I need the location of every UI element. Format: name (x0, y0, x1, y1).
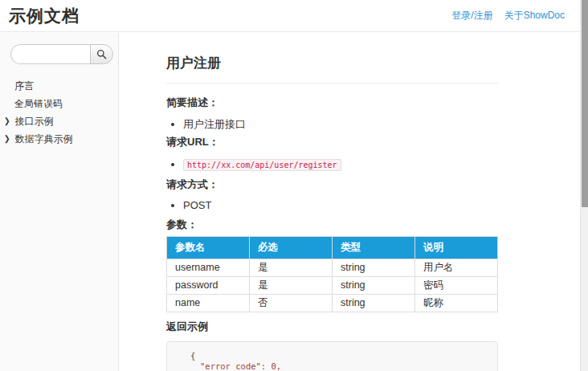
about-showdoc-link[interactable]: 关于ShowDoc (504, 9, 565, 22)
login-register-link[interactable]: 登录/注册 (451, 9, 492, 22)
table-cell: 用户名 (415, 259, 498, 277)
table-header-cell: 类型 (333, 237, 415, 259)
table-cell: string (333, 277, 415, 295)
table-row: username 是 string 用户名 (167, 259, 498, 277)
table-header-cell: 说明 (415, 237, 498, 259)
method-list: POST (166, 199, 498, 212)
table-cell: password (167, 277, 250, 295)
section-label-brief: 简要描述： (166, 96, 498, 109)
list-item-brief: 用户注册接口 (183, 118, 498, 131)
code-line: { (190, 351, 489, 361)
chevron-right-icon: ❯ (4, 135, 10, 144)
table-row: password 是 string 密码 (167, 277, 498, 295)
list-item-method: POST (183, 199, 498, 212)
url-list: http://xx.com/api/user/register (166, 158, 498, 172)
params-table-head: 参数名 必选 类型 说明 (167, 237, 498, 259)
code-line: "error_code": 0, (190, 361, 489, 371)
header: 示例文档 登录/注册 关于ShowDoc (0, 0, 580, 32)
scrollbar-track[interactable] (580, 0, 588, 371)
brief-list: 用户注册接口 (166, 118, 498, 131)
main-content: 用户注册 简要描述： 用户注册接口 请求URL： http://xx.com/a… (120, 33, 580, 371)
section-label-url: 请求URL： (166, 136, 498, 149)
table-header-cell: 参数名 (167, 237, 250, 259)
chevron-right-icon: ❯ (4, 117, 10, 126)
table-cell: 是 (250, 259, 333, 277)
search-icon (96, 49, 107, 59)
table-cell: name (167, 295, 250, 312)
header-links: 登录/注册 关于ShowDoc (451, 9, 565, 22)
sidebar-menu: 序言 全局错误码 ❯ 接口示例 ❯ 数据字典示例 (0, 77, 118, 148)
list-item-url: http://xx.com/api/user/register (183, 158, 498, 172)
table-cell: 昵称 (415, 295, 498, 312)
table-cell: 密码 (415, 277, 498, 295)
section-label-return-example: 返回示例 (166, 320, 498, 333)
sidebar-item-global-error-codes[interactable]: 全局错误码 (0, 95, 118, 112)
table-cell: 是 (250, 277, 333, 295)
page-title: 用户注册 (166, 55, 498, 71)
sidebar-item-preface[interactable]: 序言 (0, 77, 118, 95)
section-label-params: 参数： (166, 218, 498, 231)
title-divider (166, 83, 498, 84)
search-bar (10, 44, 118, 64)
section-label-method: 请求方式： (166, 178, 498, 191)
scrollbar-thumb[interactable] (582, 0, 588, 207)
table-cell: string (333, 295, 415, 312)
sidebar: 序言 全局错误码 ❯ 接口示例 ❯ 数据字典示例 (0, 33, 119, 371)
sidebar-item-data-dictionary-examples[interactable]: ❯ 数据字典示例 (0, 130, 118, 148)
app-title: 示例文档 (9, 5, 80, 27)
sidebar-item-api-examples[interactable]: ❯ 接口示例 (0, 112, 118, 130)
table-cell: username (167, 259, 250, 277)
document-body: 用户注册 简要描述： 用户注册接口 请求URL： http://xx.com/a… (166, 55, 498, 371)
params-table-body: username 是 string 用户名 password 是 string … (167, 259, 498, 312)
sidebar-item-label: 序言 (14, 80, 34, 93)
table-cell: string (333, 259, 415, 277)
search-button[interactable] (90, 44, 113, 64)
request-url-code: http://xx.com/api/user/register (183, 159, 341, 171)
sidebar-item-label: 接口示例 (15, 115, 54, 128)
params-table: 参数名 必选 类型 说明 username 是 string 用户名 passw… (166, 236, 498, 312)
sidebar-item-label: 全局错误码 (14, 97, 63, 111)
table-header-row: 参数名 必选 类型 说明 (167, 237, 498, 259)
table-cell: 否 (250, 295, 333, 312)
search-input[interactable] (10, 44, 90, 64)
table-header-cell: 必选 (250, 237, 333, 259)
code-block: {"error_code": 0, (166, 341, 498, 371)
sidebar-item-label: 数据字典示例 (15, 132, 73, 146)
table-row: name 否 string 昵称 (167, 295, 498, 312)
